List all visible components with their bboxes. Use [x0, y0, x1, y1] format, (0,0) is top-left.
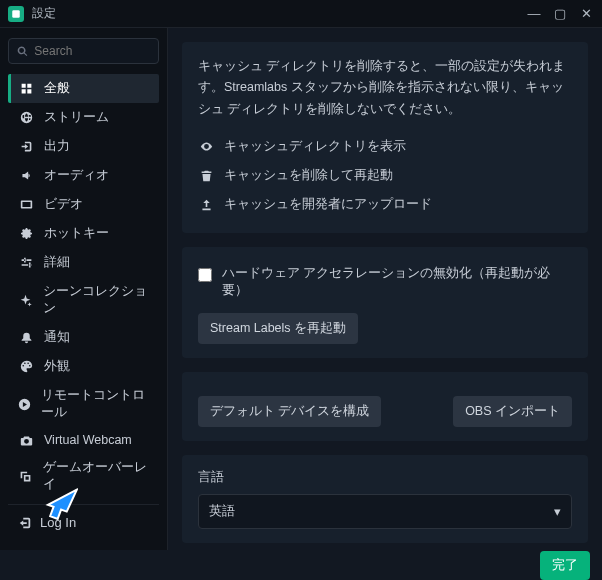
- window-controls: ― ▢ ✕: [526, 6, 594, 21]
- play-icon: [18, 398, 31, 411]
- hwaccel-section: ハードウェア アクセラレーションの無効化（再起動が必要） Stream Labe…: [182, 247, 588, 358]
- sparkle-icon: [18, 294, 33, 307]
- footer-bar: 完了: [0, 550, 602, 580]
- camera-icon: [18, 434, 34, 447]
- search-input[interactable]: [34, 44, 150, 58]
- sidebar-item-label: オーディオ: [44, 167, 109, 184]
- obs-import-button[interactable]: OBS インポート: [453, 396, 572, 427]
- sidebar-item-3[interactable]: オーディオ: [8, 161, 159, 190]
- search-field[interactable]: [8, 38, 159, 64]
- sidebar-item-1[interactable]: ストリーム: [8, 103, 159, 132]
- upload-cache-button[interactable]: キャッシュを開発者にアップロード: [198, 190, 572, 219]
- sidebar-item-label: シーンコレクション: [43, 283, 149, 317]
- login-label: Log In: [40, 515, 76, 530]
- login-icon: [18, 516, 32, 530]
- disable-hwaccel-input[interactable]: [198, 268, 212, 282]
- app-icon: [8, 6, 24, 22]
- content-pane: キャッシュ ディレクトリを削除すると、一部の設定が失われます。Streamlab…: [168, 28, 602, 550]
- sidebar-item-12[interactable]: ゲームオーバーレイ: [8, 453, 159, 499]
- overlay-icon: [18, 470, 33, 483]
- sidebar-item-5[interactable]: ホットキー: [8, 219, 159, 248]
- login-button[interactable]: Log In: [8, 504, 159, 540]
- globe-icon: [18, 111, 34, 124]
- sidebar-item-label: 通知: [44, 329, 70, 346]
- done-button[interactable]: 完了: [540, 551, 590, 580]
- gear-icon: [18, 227, 34, 240]
- disable-hwaccel-label: ハードウェア アクセラレーションの無効化（再起動が必要）: [222, 265, 572, 299]
- maximize-button[interactable]: ▢: [552, 6, 568, 21]
- sidebar-item-label: 全般: [44, 80, 70, 97]
- language-label: 言語: [198, 469, 572, 486]
- eye-icon: [198, 140, 214, 153]
- palette-icon: [18, 360, 34, 373]
- sidebar-item-11[interactable]: Virtual Webcam: [8, 427, 159, 453]
- signout-icon: [18, 140, 34, 153]
- restart-stream-labels-button[interactable]: Stream Labels を再起動: [198, 313, 358, 344]
- show-cache-dir-button[interactable]: キャッシュディレクトリを表示: [198, 132, 572, 161]
- sidebar-item-label: ビデオ: [44, 196, 83, 213]
- close-button[interactable]: ✕: [578, 6, 594, 21]
- sidebar-item-label: Virtual Webcam: [44, 433, 132, 447]
- language-value: 英語: [209, 503, 235, 520]
- language-section: 言語 英語 ▾: [182, 455, 588, 543]
- cache-section: キャッシュ ディレクトリを削除すると、一部の設定が失われます。Streamlab…: [182, 42, 588, 233]
- video-icon: [18, 198, 34, 211]
- sidebar-item-label: 外観: [44, 358, 70, 375]
- delete-cache-label: キャッシュを削除して再起動: [224, 167, 393, 184]
- language-select[interactable]: 英語 ▾: [198, 494, 572, 529]
- sidebar-item-8[interactable]: 通知: [8, 323, 159, 352]
- audio-icon: [18, 169, 34, 182]
- delete-cache-restart-button[interactable]: キャッシュを削除して再起動: [198, 161, 572, 190]
- titlebar: 設定 ― ▢ ✕: [0, 0, 602, 28]
- cache-warning-text: キャッシュ ディレクトリを削除すると、一部の設定が失われます。Streamlab…: [198, 56, 572, 120]
- search-icon: [17, 45, 28, 58]
- sidebar-item-label: 詳細: [44, 254, 70, 271]
- sidebar-item-label: ホットキー: [44, 225, 109, 242]
- disable-hwaccel-checkbox[interactable]: ハードウェア アクセラレーションの無効化（再起動が必要）: [198, 261, 572, 303]
- bell-icon: [18, 331, 34, 344]
- chevron-down-icon: ▾: [554, 504, 561, 519]
- sidebar-item-label: リモートコントロール: [41, 387, 149, 421]
- sidebar-item-label: 出力: [44, 138, 70, 155]
- show-cache-label: キャッシュディレクトリを表示: [224, 138, 406, 155]
- svg-rect-0: [12, 10, 20, 18]
- sidebar-item-0[interactable]: 全般: [8, 74, 159, 103]
- sliders-icon: [18, 256, 34, 269]
- sidebar-item-10[interactable]: リモートコントロール: [8, 381, 159, 427]
- sidebar: 全般ストリーム出力オーディオビデオホットキー詳細シーンコレクション通知外観リモー…: [0, 28, 168, 550]
- sidebar-item-label: ストリーム: [44, 109, 109, 126]
- sidebar-item-4[interactable]: ビデオ: [8, 190, 159, 219]
- sidebar-item-2[interactable]: 出力: [8, 132, 159, 161]
- sidebar-item-7[interactable]: シーンコレクション: [8, 277, 159, 323]
- trash-icon: [198, 169, 214, 182]
- sidebar-item-6[interactable]: 詳細: [8, 248, 159, 277]
- devices-section: デフォルト デバイスを構成 OBS インポート: [182, 372, 588, 441]
- configure-default-devices-button[interactable]: デフォルト デバイスを構成: [198, 396, 381, 427]
- upload-cache-label: キャッシュを開発者にアップロード: [224, 196, 432, 213]
- sidebar-item-label: ゲームオーバーレイ: [43, 459, 149, 493]
- minimize-button[interactable]: ―: [526, 6, 542, 21]
- sidebar-item-9[interactable]: 外観: [8, 352, 159, 381]
- nav-list: 全般ストリーム出力オーディオビデオホットキー詳細シーンコレクション通知外観リモー…: [8, 74, 159, 504]
- window-title: 設定: [32, 5, 56, 22]
- upload-icon: [198, 198, 214, 211]
- grid-icon: [18, 82, 34, 95]
